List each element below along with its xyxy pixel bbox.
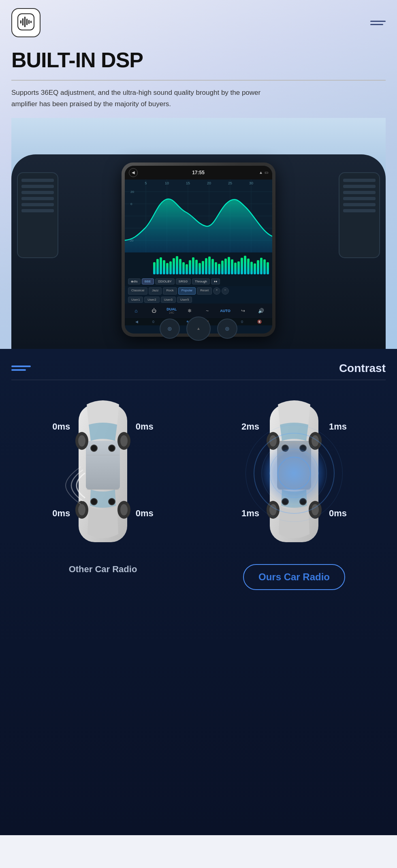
control-knob-right[interactable]: ⊛: [217, 319, 237, 339]
svg-rect-18: [343, 197, 376, 200]
preset-minus[interactable]: −: [222, 287, 229, 295]
svg-rect-5: [28, 20, 30, 24]
contrast-header: Contrast: [11, 362, 386, 375]
contrast-lines-icon: [11, 366, 31, 371]
preset-buttons-area: Classical Jazz Rock Popular Reset + −: [125, 286, 272, 296]
svg-rect-9: [21, 185, 54, 188]
other-ms-top-right: 0ms: [136, 421, 154, 432]
our-ms-bottom-right: 0ms: [329, 508, 347, 519]
auto-label: AUTO: [220, 309, 230, 313]
svg-rect-13: [21, 209, 54, 212]
page-title: BUILT-IN DSP: [11, 49, 386, 72]
mode-btn-srs[interactable]: SRS⊙: [176, 278, 191, 284]
svg-rect-3: [24, 17, 26, 27]
svg-rect-17: [343, 191, 376, 194]
screen-status-icons: ▲ ▭: [259, 170, 268, 175]
contrast-label: Contrast: [339, 362, 386, 375]
svg-point-69: [312, 504, 319, 515]
preset-classical[interactable]: Classical: [128, 287, 147, 295]
our-car-label-btn[interactable]: Ours Car Radio: [243, 564, 345, 590]
battery-icon: ▭: [265, 170, 268, 175]
svg-rect-6: [30, 21, 32, 23]
hamburger-menu-icon[interactable]: [370, 21, 386, 25]
control-knob-left[interactable]: ⊛: [160, 319, 180, 339]
svg-point-51: [78, 504, 85, 515]
mode-btn-bbe[interactable]: BBE: [142, 278, 154, 284]
other-ms-top-left: 0ms: [52, 421, 70, 432]
contrast-divider: [11, 380, 386, 380]
svg-rect-8: [21, 179, 54, 182]
mode-buttons-area: ◈dts BBE ⊡DOLBY SRS⊙ Through ♦♦: [125, 277, 272, 286]
nav-volume-icon[interactable]: 🔊: [256, 306, 266, 316]
other-car-item: 0ms 0ms 0ms 0ms: [11, 392, 194, 575]
other-ms-bottom-right: 0ms: [136, 508, 154, 519]
nav-snowflake-icon[interactable]: ❄: [185, 306, 194, 316]
svg-point-72: [282, 498, 288, 505]
svg-point-53: [91, 445, 97, 451]
control-center-btn[interactable]: ▲: [186, 316, 211, 341]
our-car-item: 2ms 1ms 1ms 0ms: [203, 392, 386, 590]
screen-time: 17:55: [192, 170, 205, 175]
svg-rect-4: [26, 19, 28, 25]
dsp-screen: ◀ 17:55 ▲ ▭: [125, 166, 272, 334]
svg-rect-11: [21, 197, 54, 200]
screen-bottom-nav: ⌂ ⏻ DUAL 24C ❄ ~ AUTO ↪ 🔊: [125, 304, 272, 318]
nav-power-icon[interactable]: ⏻: [149, 306, 159, 316]
wifi-icon: ▲: [259, 170, 263, 175]
preset-user3[interactable]: User3: [161, 297, 176, 303]
nav-ac-icon[interactable]: ~: [203, 306, 212, 316]
our-ms-bottom-left: 1ms: [241, 508, 259, 519]
svg-rect-19: [343, 203, 376, 206]
svg-point-54: [109, 445, 115, 451]
preset-user5[interactable]: User5: [177, 297, 192, 303]
svg-rect-10: [21, 191, 54, 194]
preset-popular[interactable]: Popular: [178, 287, 196, 295]
preset-jazz[interactable]: Jazz: [149, 287, 162, 295]
mode-btn-dolby[interactable]: ⊡DOLBY: [155, 278, 175, 284]
svg-point-52: [120, 504, 128, 515]
other-car-svg: [50, 392, 156, 554]
nav-home-icon[interactable]: ⌂: [131, 306, 141, 316]
svg-rect-1: [20, 20, 21, 24]
title-divider: [11, 80, 386, 81]
dashboard-area: ◀ 17:55 ▲ ▭: [11, 118, 386, 349]
our-car-svg: [241, 392, 347, 554]
contrast-line-short: [11, 369, 26, 371]
eq-graph-area: 5 10 15 20 25 30 20 0 -20: [125, 180, 272, 252]
screen-back-btn[interactable]: ◀: [129, 168, 138, 177]
sound-logo-icon: [17, 13, 35, 32]
svg-text:-20: -20: [129, 239, 134, 242]
nav-turn-icon[interactable]: ↪: [238, 306, 248, 316]
svg-point-49: [78, 435, 85, 447]
preset-user1[interactable]: User1: [128, 297, 143, 303]
svg-text:15: 15: [186, 181, 190, 185]
svg-text:5: 5: [145, 181, 147, 185]
left-vent: [15, 171, 60, 260]
preset-rock[interactable]: Rock: [163, 287, 177, 295]
mode-btn-dts[interactable]: ◈dts: [128, 278, 141, 284]
screen-topbar: ◀ 17:55 ▲ ▭: [125, 166, 272, 180]
svg-text:10: 10: [165, 181, 169, 185]
right-vent: [337, 171, 382, 260]
our-ms-top-right: 1ms: [329, 421, 347, 432]
preset-plus[interactable]: +: [213, 287, 220, 295]
svg-point-73: [300, 498, 306, 505]
preset-user2[interactable]: User2: [144, 297, 159, 303]
hero-description: Supports 36EQ adjustment, and the ultra-…: [11, 87, 263, 110]
mode-btn-through[interactable]: Through: [192, 278, 210, 284]
mode-btn-extra[interactable]: ♦♦: [211, 278, 220, 284]
our-ms-top-left: 2ms: [241, 421, 259, 432]
dashboard-interior: ◀ 17:55 ▲ ▭: [11, 154, 386, 349]
svg-rect-15: [343, 179, 376, 182]
other-ms-bottom-left: 0ms: [52, 508, 70, 519]
svg-point-55: [91, 498, 97, 505]
preset-reset[interactable]: Reset: [197, 287, 212, 295]
svg-text:0: 0: [130, 202, 132, 206]
svg-point-50: [120, 435, 128, 447]
eq-sliders-area: /* rendered below */: [125, 252, 272, 277]
svg-point-68: [269, 504, 277, 515]
center-screen-housing: ◀ 17:55 ▲ ▭: [122, 162, 275, 337]
svg-rect-12: [21, 203, 54, 206]
svg-point-71: [300, 445, 306, 451]
top-section: BUILT-IN DSP Supports 36EQ adjustment, a…: [0, 0, 397, 349]
